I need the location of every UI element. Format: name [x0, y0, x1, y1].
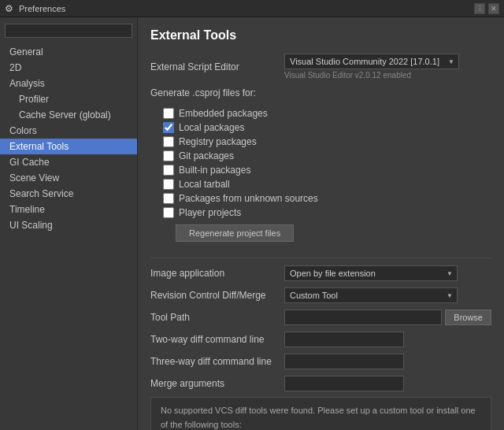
checkbox-unknown-label: Packages from unknown sources: [163, 193, 318, 204]
checkbox-registry-label: Registry packages: [163, 136, 257, 147]
sidebar-item-ui-scaling[interactable]: UI Scaling: [0, 217, 137, 233]
script-editor-control: Visual Studio Community 2022 [17.0.1] Vi…: [284, 54, 491, 80]
checkbox-tarball: Local tarball: [150, 177, 491, 191]
info-text: No supported VCS diff tools were found. …: [161, 406, 476, 430]
sidebar-item-profiler[interactable]: Profiler: [0, 91, 137, 107]
checkbox-embedded-label: Embedded packages: [163, 108, 268, 119]
sidebar-item-2d[interactable]: 2D: [0, 60, 137, 76]
two-way-control: [284, 332, 491, 347]
revision-label: Revision Control Diff/Merge: [150, 290, 284, 301]
more-options-btn[interactable]: ⋮: [474, 3, 485, 14]
checkbox-git-label: Git packages: [163, 150, 234, 161]
tool-path-row: Tool Path Browse: [150, 309, 491, 326]
revision-control: Custom Tool: [284, 287, 491, 303]
sidebar-item-scene-view[interactable]: Scene View: [0, 170, 137, 186]
image-app-control: Open by file extension: [284, 265, 491, 281]
checkbox-player-input[interactable]: [163, 207, 174, 218]
tool-path-control: Browse: [284, 310, 491, 325]
merge-input[interactable]: [284, 376, 404, 391]
sidebar-item-external-tools[interactable]: External Tools: [0, 139, 137, 154]
script-editor-dropdown-wrapper: Visual Studio Community 2022 [17.0.1]: [284, 54, 459, 69]
generate-label: Generate .csproj files for:: [150, 87, 284, 98]
revision-dropdown-wrapper: Custom Tool: [284, 287, 458, 303]
checkbox-local: Local packages: [150, 120, 491, 135]
checkbox-registry-text: Registry packages: [179, 136, 257, 147]
merge-label: Merge arguments: [150, 378, 284, 389]
checkbox-builtin: Built-in packages: [150, 163, 491, 177]
content-area: External Tools External Script Editor Vi…: [138, 17, 504, 430]
checkbox-unknown-input[interactable]: [163, 193, 174, 204]
search-input[interactable]: [5, 24, 132, 38]
three-way-control: [284, 354, 491, 369]
checkbox-embedded: Embedded packages: [150, 106, 491, 120]
sidebar-item-colors[interactable]: Colors: [0, 123, 137, 139]
two-way-input[interactable]: [284, 332, 404, 347]
merge-row: Merge arguments: [150, 375, 491, 392]
two-way-row: Two-way diff command line: [150, 331, 491, 348]
sidebar-item-cache-server[interactable]: Cache Server (global): [0, 107, 137, 123]
script-editor-label: External Script Editor: [150, 61, 284, 72]
checkbox-builtin-label: Built-in packages: [163, 165, 250, 176]
three-way-input[interactable]: [284, 354, 404, 369]
checkbox-registry-input[interactable]: [163, 136, 174, 147]
close-btn[interactable]: ✕: [488, 3, 499, 14]
three-way-label: Three-way diff command line: [150, 356, 284, 367]
checkbox-builtin-input[interactable]: [163, 165, 174, 176]
checkbox-git-text: Git packages: [179, 150, 234, 161]
checkbox-tarball-label: Local tarball: [163, 179, 230, 190]
image-app-dropdown-wrapper: Open by file extension: [284, 265, 458, 281]
image-app-label: Image application: [150, 268, 284, 279]
checkbox-registry: Registry packages: [150, 135, 491, 149]
divider-1: [150, 258, 491, 258]
checkbox-local-text: Local packages: [179, 122, 244, 133]
titlebar-controls: ⋮ ✕: [474, 3, 499, 14]
script-editor-hint: Visual Studio Editor v2.0.12 enabled: [284, 71, 491, 80]
checkbox-player-text: Player projects: [179, 207, 241, 218]
tool-path-input[interactable]: [284, 310, 442, 325]
checkbox-tarball-text: Local tarball: [179, 179, 230, 190]
titlebar: ⚙ Preferences ⋮ ✕: [0, 0, 504, 17]
checkbox-embedded-input[interactable]: [163, 108, 174, 119]
image-app-dropdown[interactable]: Open by file extension: [284, 265, 458, 281]
checkbox-local-input[interactable]: [163, 122, 174, 133]
three-way-row: Three-way diff command line: [150, 353, 491, 370]
info-box: No supported VCS diff tools were found. …: [150, 397, 491, 430]
main-container: General 2D Analysis Profiler Cache Serve…: [0, 17, 504, 430]
generate-label-row: Generate .csproj files for:: [150, 84, 491, 102]
checkbox-unknown-text: Packages from unknown sources: [179, 193, 318, 204]
browse-button[interactable]: Browse: [445, 310, 491, 325]
sidebar-item-timeline[interactable]: Timeline: [0, 202, 137, 217]
regen-btn-container: Regenerate project files: [150, 220, 491, 250]
checkbox-player-label: Player projects: [163, 207, 241, 218]
page-title: External Tools: [150, 28, 491, 43]
script-editor-dropdown[interactable]: Visual Studio Community 2022 [17.0.1]: [284, 54, 459, 69]
revision-row: Revision Control Diff/Merge Custom Tool: [150, 287, 491, 304]
checkbox-tarball-input[interactable]: [163, 179, 174, 190]
sidebar: General 2D Analysis Profiler Cache Serve…: [0, 17, 138, 430]
tool-path-label: Tool Path: [150, 312, 284, 323]
script-editor-row: External Script Editor Visual Studio Com…: [150, 54, 491, 80]
regen-button[interactable]: Regenerate project files: [176, 224, 294, 242]
checkbox-git-input[interactable]: [163, 150, 174, 161]
titlebar-title: Preferences: [19, 4, 474, 13]
sidebar-item-general[interactable]: General: [0, 44, 137, 60]
revision-dropdown[interactable]: Custom Tool: [284, 287, 458, 303]
checkbox-embedded-text: Embedded packages: [179, 108, 268, 119]
checkbox-builtin-text: Built-in packages: [179, 165, 250, 176]
preferences-icon: ⚙: [5, 3, 16, 14]
merge-control: [284, 376, 491, 391]
checkbox-player: Player projects: [150, 206, 491, 220]
checkbox-unknown: Packages from unknown sources: [150, 191, 491, 206]
sidebar-item-gi-cache[interactable]: GI Cache: [0, 154, 137, 170]
image-app-row: Image application Open by file extension: [150, 265, 491, 282]
sidebar-item-analysis[interactable]: Analysis: [0, 76, 137, 91]
checkbox-local-label: Local packages: [163, 122, 244, 133]
checkbox-git: Git packages: [150, 149, 491, 163]
search-bar-container: [0, 20, 137, 41]
sidebar-item-search-service[interactable]: Search Service: [0, 186, 137, 202]
two-way-label: Two-way diff command line: [150, 334, 284, 345]
